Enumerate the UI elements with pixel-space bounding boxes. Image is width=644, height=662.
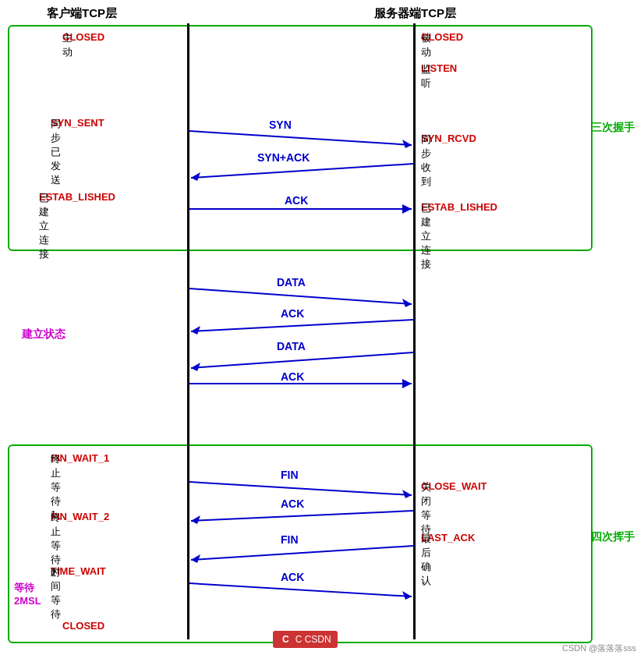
handshake-box xyxy=(8,25,593,251)
established-label: 建立状态 xyxy=(22,327,65,342)
svg-line-9 xyxy=(189,289,412,304)
csdn-badge: C C CSDN xyxy=(273,631,338,648)
wait2msl-label: 等待 2MSL xyxy=(14,581,41,607)
client-timeline xyxy=(187,23,189,639)
wave-label: 四次挥手 xyxy=(591,530,635,544)
svg-line-15 xyxy=(191,352,413,368)
watermark: CSDN @落落落sss xyxy=(562,643,636,654)
svg-line-12 xyxy=(191,320,413,331)
wave-box xyxy=(8,444,593,643)
svg-marker-16 xyxy=(191,363,200,371)
header-server: 服务器端TCP层 xyxy=(374,6,456,21)
diagram-container: 客户端TCP层 服务器端TCP层 CLOSED 主动 SYN_SENT 同步已发… xyxy=(0,0,644,662)
server-timeline xyxy=(413,23,416,639)
handshake-label: 三次握手 xyxy=(591,121,635,135)
svg-marker-10 xyxy=(402,299,412,307)
svg-text:DATA: DATA xyxy=(277,340,306,352)
svg-text:ACK: ACK xyxy=(281,370,304,383)
svg-text:ACK: ACK xyxy=(281,307,304,320)
header-client: 客户端TCP层 xyxy=(47,6,117,21)
svg-text:DATA: DATA xyxy=(277,276,306,289)
svg-marker-19 xyxy=(402,379,412,388)
svg-marker-13 xyxy=(191,326,200,335)
